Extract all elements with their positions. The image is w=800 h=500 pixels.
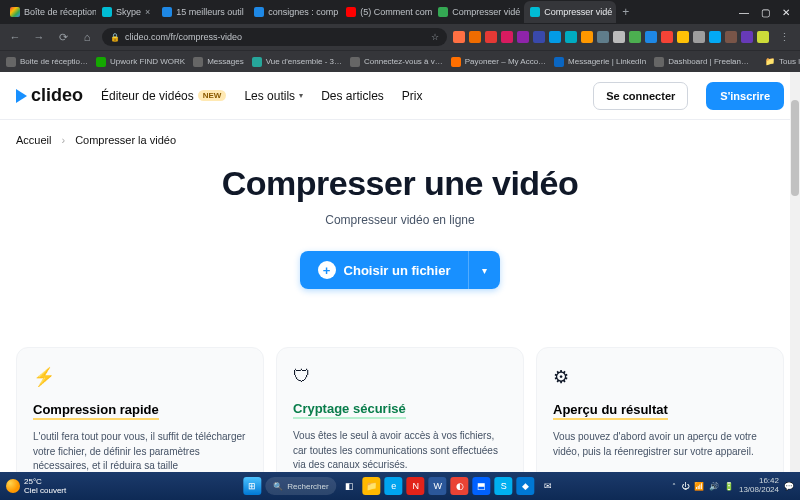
all-bookmarks[interactable]: 📁Tous les favoris (765, 57, 800, 66)
tab-skype[interactable]: Skype× (96, 1, 156, 23)
youtube-icon (346, 7, 356, 17)
ext-icon[interactable] (709, 31, 721, 43)
toolbar: ← → ⟳ ⌂ 🔒 clideo.com/fr/compress-video ☆… (0, 24, 800, 50)
nav-price[interactable]: Prix (402, 89, 423, 103)
ext-icon[interactable] (501, 31, 513, 43)
docs-icon (254, 7, 264, 17)
battery-icon[interactable]: 🔋 (724, 482, 734, 491)
notifications-icon[interactable]: 💬 (784, 482, 794, 491)
task-view[interactable]: ◧ (341, 477, 359, 495)
new-tab-button[interactable]: + (616, 5, 635, 19)
nav-tools[interactable]: Les outils▾ (244, 89, 303, 103)
netflix-icon[interactable]: N (407, 477, 425, 495)
search-icon: 🔍 (273, 482, 283, 491)
window-maximize[interactable]: ▢ (761, 7, 770, 18)
app-icon[interactable]: ✉ (539, 477, 557, 495)
tab-doc2[interactable]: consignes : comp× (248, 1, 340, 23)
ext-icon[interactable] (549, 31, 561, 43)
feature-body: L'outil fera tout pour vous, il suffit d… (33, 430, 247, 472)
weather-icon (6, 479, 20, 493)
choose-file-button[interactable]: + Choisir un fichier (300, 251, 469, 289)
skype-icon (102, 7, 112, 17)
bookmark[interactable]: Boite de réceptio… (6, 57, 88, 67)
forward-button[interactable]: → (30, 28, 48, 46)
home-button[interactable]: ⌂ (78, 28, 96, 46)
site-header: clideo Éditeur de vidéosNEW Les outils▾ … (0, 72, 800, 120)
ext-icon[interactable] (661, 31, 673, 43)
window-minimize[interactable]: — (739, 7, 749, 18)
tab-inbox[interactable]: Boîte de réception× (4, 1, 96, 23)
folder-icon: 📁 (765, 57, 775, 66)
crumb-home[interactable]: Accueil (16, 134, 51, 146)
ext-icon[interactable] (613, 31, 625, 43)
signup-button[interactable]: S'inscrire (706, 82, 784, 110)
play-icon (438, 7, 448, 17)
ext-icon[interactable] (485, 31, 497, 43)
login-button[interactable]: Se connecter (593, 82, 688, 110)
address-bar[interactable]: 🔒 clideo.com/fr/compress-video ☆ (102, 28, 447, 46)
brand-logo[interactable]: clideo (16, 85, 83, 106)
wifi-icon[interactable]: 📶 (694, 482, 704, 491)
ext-icon[interactable] (453, 31, 465, 43)
ext-icon[interactable] (597, 31, 609, 43)
bookmark[interactable]: Connectez-vous à v… (350, 57, 443, 67)
reload-button[interactable]: ⟳ (54, 28, 72, 46)
ext-icon[interactable] (629, 31, 641, 43)
close-icon[interactable]: × (145, 7, 150, 17)
tab-label: Skype (116, 7, 141, 17)
bookmark[interactable]: Vue d'ensemble - 3… (252, 57, 342, 67)
window-close[interactable]: ✕ (782, 7, 790, 18)
skype-taskbar-icon[interactable]: S (495, 477, 513, 495)
start-button[interactable]: ⊞ (243, 477, 261, 495)
bookmark[interactable]: Dashboard | Freelan… (654, 57, 749, 67)
ext-icon[interactable] (565, 31, 577, 43)
ext-icon[interactable] (645, 31, 657, 43)
app-icon[interactable]: ◆ (517, 477, 535, 495)
choose-file-dropdown[interactable]: ▾ (468, 251, 500, 289)
tray-icon[interactable]: ⏻ (681, 482, 689, 491)
tab-youtube[interactable]: (5) Comment com× (340, 1, 432, 23)
nav-editor[interactable]: Éditeur de vidéosNEW (101, 89, 226, 103)
word-icon[interactable]: W (429, 477, 447, 495)
chrome-icon[interactable]: ◐ (451, 477, 469, 495)
edge-icon[interactable]: e (385, 477, 403, 495)
tray-chevron-icon[interactable]: ˄ (672, 482, 676, 491)
bookmark[interactable]: Payoneer – My Acco… (451, 57, 546, 67)
tab-label: (5) Comment com (360, 7, 432, 17)
back-button[interactable]: ← (6, 28, 24, 46)
new-badge: NEW (198, 90, 227, 101)
ext-icon[interactable] (581, 31, 593, 43)
nav-articles[interactable]: Des articles (321, 89, 384, 103)
browser-menu[interactable]: ⋮ (775, 31, 794, 44)
bookmark-icon (96, 57, 106, 67)
bookmark-icon (350, 57, 360, 67)
app-icon[interactable]: ⬒ (473, 477, 491, 495)
bookmark-icon (193, 57, 203, 67)
ext-icon[interactable] (517, 31, 529, 43)
ext-icon[interactable] (725, 31, 737, 43)
ext-icon[interactable] (533, 31, 545, 43)
bookmark[interactable]: Upwork FIND WORK (96, 57, 185, 67)
tab-compress1[interactable]: Compresser vidé× (432, 1, 524, 23)
feature-body: Vous êtes le seul à avoir accès à vos fi… (293, 429, 507, 472)
scrollbar[interactable] (790, 72, 800, 472)
weather-widget[interactable]: 25°C Ciel couvert (6, 477, 66, 495)
tab-doc1[interactable]: 15 meilleurs outil× (156, 1, 248, 23)
ext-icon[interactable] (757, 31, 769, 43)
bookmark[interactable]: Messages (193, 57, 243, 67)
volume-icon[interactable]: 🔊 (709, 482, 719, 491)
page-subtitle: Compresseur vidéo en ligne (0, 213, 800, 227)
explorer-icon[interactable]: 📁 (363, 477, 381, 495)
bookmark[interactable]: Messagerie | LinkedIn (554, 57, 646, 67)
ext-icon[interactable] (469, 31, 481, 43)
shield-icon: 🛡 (293, 366, 507, 387)
scrollbar-thumb[interactable] (791, 100, 799, 196)
tab-compress-active[interactable]: Compresser vidé× (524, 1, 616, 23)
ext-icon[interactable] (741, 31, 753, 43)
ext-icon[interactable] (693, 31, 705, 43)
taskbar-search[interactable]: 🔍Rechercher (265, 477, 336, 495)
star-icon[interactable]: ☆ (431, 32, 439, 42)
ext-icon[interactable] (677, 31, 689, 43)
features-row: ⚡ Compression rapide L'outil fera tout p… (0, 347, 800, 472)
clock[interactable]: 16:42 13/08/2024 (739, 477, 779, 495)
